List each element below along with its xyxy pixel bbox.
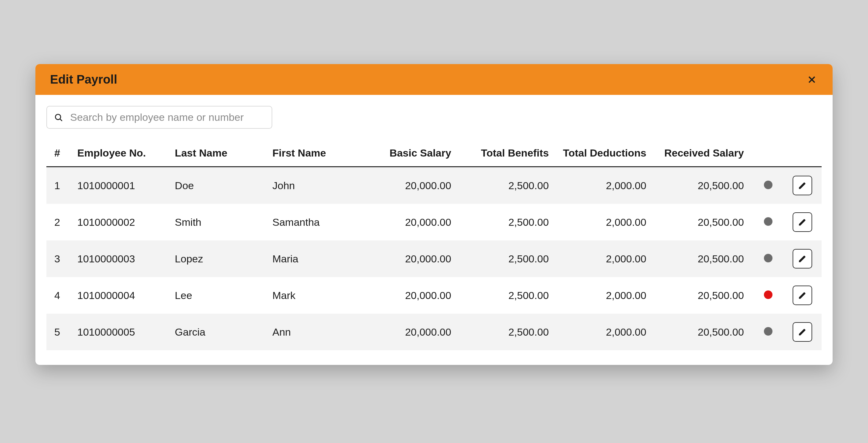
cell-employee-no: 1010000005	[72, 314, 170, 350]
modal-content: # Employee No. Last Name First Name Basi…	[35, 95, 833, 365]
col-header-last-name: Last Name	[170, 141, 268, 167]
cell-index: 4	[46, 277, 72, 314]
cell-index: 5	[46, 314, 72, 350]
cell-employee-no: 1010000004	[72, 277, 170, 314]
col-header-received-salary: Received Salary	[651, 141, 749, 167]
close-icon	[807, 75, 817, 85]
cell-first-name: Mark	[267, 277, 358, 314]
status-dot-icon	[764, 327, 772, 336]
svg-line-1	[60, 119, 62, 121]
table-row: 3 1010000003 Lopez Maria 20,000.00 2,500…	[46, 241, 822, 277]
status-dot-icon	[764, 217, 772, 226]
cell-basic-salary: 20,000.00	[359, 314, 456, 350]
cell-last-name: Lee	[170, 277, 268, 314]
cell-status	[749, 277, 788, 314]
cell-total-benefits: 2,500.00	[456, 277, 554, 314]
table-header-row: # Employee No. Last Name First Name Basi…	[46, 141, 822, 167]
cell-total-deductions: 2,000.00	[554, 204, 651, 241]
status-dot-icon	[764, 290, 772, 299]
edit-button[interactable]	[793, 249, 812, 268]
table-row: 5 1010000005 Garcia Ann 20,000.00 2,500.…	[46, 314, 822, 350]
pencil-icon	[798, 254, 807, 263]
payroll-table: # Employee No. Last Name First Name Basi…	[46, 141, 822, 350]
cell-action	[788, 204, 822, 241]
cell-index: 3	[46, 241, 72, 277]
modal-title: Edit Payroll	[50, 73, 117, 86]
cell-first-name: Samantha	[267, 204, 358, 241]
cell-basic-salary: 20,000.00	[359, 241, 456, 277]
cell-received-salary: 20,500.00	[651, 204, 749, 241]
cell-total-benefits: 2,500.00	[456, 314, 554, 350]
col-header-basic-salary: Basic Salary	[359, 141, 456, 167]
cell-basic-salary: 20,000.00	[359, 204, 456, 241]
cell-index: 1	[46, 167, 72, 204]
cell-received-salary: 20,500.00	[651, 314, 749, 350]
svg-point-0	[55, 114, 60, 119]
cell-basic-salary: 20,000.00	[359, 277, 456, 314]
search-icon	[54, 113, 63, 122]
cell-total-benefits: 2,500.00	[456, 204, 554, 241]
cell-action	[788, 167, 822, 204]
search-input[interactable]	[70, 112, 264, 123]
status-dot-icon	[764, 181, 772, 189]
cell-received-salary: 20,500.00	[651, 241, 749, 277]
modal-header: Edit Payroll	[35, 64, 833, 95]
payroll-modal: Edit Payroll # Employee No. Last Name Fi…	[35, 64, 833, 365]
cell-total-deductions: 2,000.00	[554, 167, 651, 204]
table-row: 1 1010000001 Doe John 20,000.00 2,500.00…	[46, 167, 822, 204]
cell-last-name: Doe	[170, 167, 268, 204]
col-header-first-name: First Name	[267, 141, 358, 167]
pencil-icon	[798, 181, 807, 190]
pencil-icon	[798, 291, 807, 300]
status-dot-icon	[764, 254, 772, 262]
cell-employee-no: 1010000001	[72, 167, 170, 204]
cell-employee-no: 1010000003	[72, 241, 170, 277]
cell-status	[749, 167, 788, 204]
cell-total-deductions: 2,000.00	[554, 277, 651, 314]
edit-button[interactable]	[793, 322, 812, 342]
col-header-index: #	[46, 141, 72, 167]
close-button[interactable]	[806, 73, 818, 86]
search-box[interactable]	[46, 106, 272, 129]
edit-button[interactable]	[793, 212, 812, 232]
pencil-icon	[798, 218, 807, 227]
col-header-employee-no: Employee No.	[72, 141, 170, 167]
col-header-total-benefits: Total Benefits	[456, 141, 554, 167]
pencil-icon	[798, 327, 807, 337]
cell-total-benefits: 2,500.00	[456, 241, 554, 277]
cell-status	[749, 204, 788, 241]
cell-action	[788, 314, 822, 350]
cell-last-name: Lopez	[170, 241, 268, 277]
cell-total-deductions: 2,000.00	[554, 241, 651, 277]
table-row: 4 1010000004 Lee Mark 20,000.00 2,500.00…	[46, 277, 822, 314]
cell-status	[749, 314, 788, 350]
cell-status	[749, 241, 788, 277]
cell-total-benefits: 2,500.00	[456, 167, 554, 204]
cell-last-name: Smith	[170, 204, 268, 241]
cell-action	[788, 277, 822, 314]
cell-last-name: Garcia	[170, 314, 268, 350]
cell-total-deductions: 2,000.00	[554, 314, 651, 350]
cell-action	[788, 241, 822, 277]
cell-first-name: Ann	[267, 314, 358, 350]
table-row: 2 1010000002 Smith Samantha 20,000.00 2,…	[46, 204, 822, 241]
cell-index: 2	[46, 204, 72, 241]
cell-first-name: Maria	[267, 241, 358, 277]
edit-button[interactable]	[793, 176, 812, 195]
col-header-total-deductions: Total Deductions	[554, 141, 651, 167]
cell-employee-no: 1010000002	[72, 204, 170, 241]
cell-received-salary: 20,500.00	[651, 167, 749, 204]
cell-first-name: John	[267, 167, 358, 204]
edit-button[interactable]	[793, 286, 812, 305]
cell-received-salary: 20,500.00	[651, 277, 749, 314]
col-header-action	[788, 141, 822, 167]
col-header-status	[749, 141, 788, 167]
cell-basic-salary: 20,000.00	[359, 167, 456, 204]
